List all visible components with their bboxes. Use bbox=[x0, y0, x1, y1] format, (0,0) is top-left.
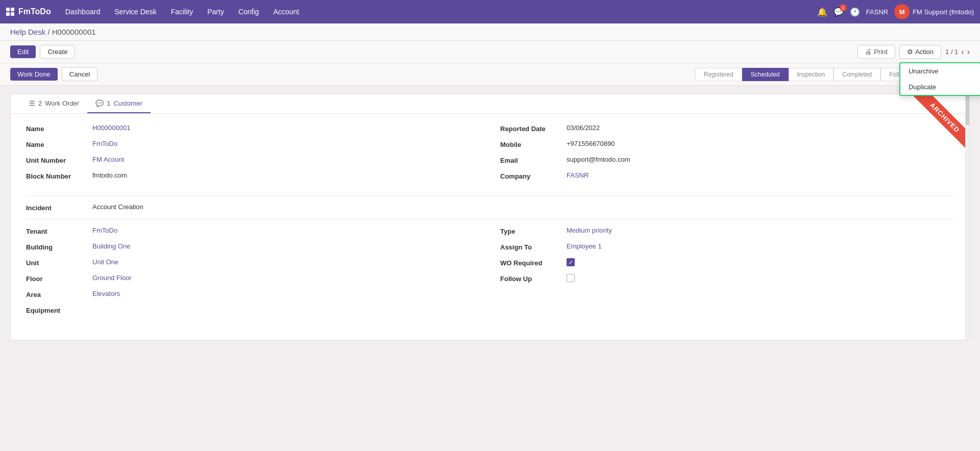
field-value: +971556670890 bbox=[567, 140, 615, 147]
field-value[interactable]: Elevators bbox=[92, 290, 120, 297]
nav-item-service-desk[interactable]: Service Desk bbox=[108, 6, 162, 18]
form-card: ARCHIVED ☰ 2 Work Order 💬 1 Customer Nam… bbox=[10, 94, 970, 340]
checkbox-checked[interactable] bbox=[567, 258, 575, 266]
list-icon: ☰ bbox=[29, 99, 35, 107]
tab-customer-count: 1 bbox=[107, 99, 110, 107]
form-section-bottom: TenantFmToDoBuildingBuilding OneUnitUnit… bbox=[26, 227, 954, 321]
field-value[interactable]: H000000001 bbox=[92, 124, 130, 132]
breadcrumb: Help Desk / H000000001 bbox=[0, 23, 980, 41]
incident-value: Account Creation bbox=[92, 203, 143, 211]
field-value[interactable]: Employee 1 bbox=[567, 242, 602, 250]
field-value bbox=[567, 258, 575, 266]
form-row: BuildingBuilding One bbox=[26, 242, 480, 251]
form-row: Block Numberfmtodo.com bbox=[26, 171, 480, 180]
stage-scheduled[interactable]: Scheduled bbox=[742, 68, 789, 81]
scrollbar-thumb bbox=[966, 94, 969, 125]
bell-icon[interactable]: 🔔 bbox=[817, 7, 827, 17]
form-col-right2: TypeMedium priorityAssign ToEmployee 1WO… bbox=[500, 227, 954, 321]
incident-label: Incident bbox=[26, 203, 92, 212]
user-menu[interactable]: M FM Support (fmtodo) bbox=[894, 4, 974, 19]
nav-item-facility[interactable]: Facility bbox=[165, 6, 200, 18]
nav-item-config[interactable]: Config bbox=[232, 6, 265, 18]
breadcrumb-separator: / bbox=[47, 28, 52, 36]
field-label: Floor bbox=[26, 274, 92, 283]
form-col-left: NameH000000001NameFmToDoUnit NumberFM Ac… bbox=[26, 124, 480, 187]
field-value[interactable]: FM Acount bbox=[92, 156, 124, 163]
field-value[interactable]: FASNR bbox=[567, 171, 589, 179]
form-row: TypeMedium priority bbox=[500, 227, 954, 235]
field-value: support@fmtodo.com bbox=[567, 156, 630, 163]
tab-work-order[interactable]: ☰ 2 Work Order bbox=[21, 94, 87, 113]
field-label: Building bbox=[26, 242, 92, 251]
form-row: TenantFmToDo bbox=[26, 227, 480, 235]
field-value bbox=[567, 274, 575, 282]
stage-completed[interactable]: Completed bbox=[834, 68, 880, 81]
field-label: Follow Up bbox=[500, 274, 567, 283]
checkbox-unchecked[interactable] bbox=[567, 274, 575, 282]
next-page-button[interactable]: › bbox=[967, 47, 970, 57]
notification-badge: 1 bbox=[840, 4, 847, 11]
field-value[interactable]: Building One bbox=[92, 242, 130, 250]
main-menu: DashboardService DeskFacilityPartyConfig… bbox=[59, 6, 817, 18]
print-button[interactable]: 🖨 Print bbox=[857, 45, 895, 59]
edit-button[interactable]: Edit bbox=[10, 45, 36, 58]
field-value[interactable]: FmToDo bbox=[92, 140, 117, 147]
topnav-right: 🔔 💬 1 🕐 FASNR M FM Support (fmtodo) bbox=[817, 4, 974, 19]
prev-page-button[interactable]: ‹ bbox=[961, 47, 964, 57]
create-button[interactable]: Create bbox=[40, 45, 75, 59]
main-content: ARCHIVED ☰ 2 Work Order 💬 1 Customer Nam… bbox=[0, 86, 980, 348]
username-label: FASNR bbox=[866, 8, 888, 16]
nav-item-account[interactable]: Account bbox=[267, 6, 305, 18]
stage-registered[interactable]: Registered bbox=[695, 68, 742, 81]
field-value[interactable]: Medium priority bbox=[567, 227, 612, 234]
stage-inspection[interactable]: Inspection bbox=[789, 68, 834, 81]
action-dropdown-menu: Unarchive Duplicate bbox=[899, 62, 980, 96]
breadcrumb-parent[interactable]: Help Desk bbox=[10, 28, 45, 36]
form-row: Equipment bbox=[26, 306, 480, 314]
top-navigation: FmToDo DashboardService DeskFacilityPart… bbox=[0, 0, 980, 23]
field-label: Company bbox=[500, 171, 567, 180]
form-tabs: ☰ 2 Work Order 💬 1 Customer bbox=[11, 94, 969, 114]
scrollbar[interactable] bbox=[965, 94, 969, 340]
grid-icon bbox=[6, 8, 14, 16]
nav-item-party[interactable]: Party bbox=[201, 6, 230, 18]
field-value[interactable]: Ground Floor bbox=[92, 274, 132, 282]
form-row: FloorGround Floor bbox=[26, 274, 480, 283]
form-row: Reported Date03/06/2022 bbox=[500, 124, 954, 133]
app-name: FmToDo bbox=[18, 7, 51, 16]
field-label: Reported Date bbox=[500, 124, 567, 133]
form-row: UnitUnit One bbox=[26, 258, 480, 267]
form-divider2 bbox=[26, 219, 954, 219]
form-divider bbox=[26, 195, 954, 196]
form-row: NameFmToDo bbox=[26, 140, 480, 148]
app-logo[interactable]: FmToDo bbox=[6, 7, 51, 16]
user-avatar: M bbox=[894, 4, 910, 19]
field-label: Mobile bbox=[500, 140, 567, 148]
field-label: Name bbox=[26, 140, 92, 148]
duplicate-menu-item[interactable]: Duplicate bbox=[900, 79, 980, 95]
gear-icon: ⚙ bbox=[907, 48, 913, 56]
tab-customer[interactable]: 💬 1 Customer bbox=[87, 94, 151, 113]
field-value: 03/06/2022 bbox=[567, 124, 600, 132]
action-dropdown-wrapper: ⚙ Action Unarchive Duplicate bbox=[899, 45, 941, 59]
field-value[interactable]: Unit One bbox=[92, 258, 118, 266]
cancel-button[interactable]: Cancel bbox=[62, 67, 97, 81]
action-button[interactable]: ⚙ Action bbox=[899, 45, 941, 59]
comment-icon: 💬 bbox=[95, 99, 104, 107]
unarchive-menu-item[interactable]: Unarchive bbox=[900, 63, 980, 79]
form-row: CompanyFASNR bbox=[500, 171, 954, 180]
breadcrumb-current: H000000001 bbox=[52, 28, 96, 36]
user-display-name: FM Support (fmtodo) bbox=[913, 8, 974, 16]
incident-row: Incident Account Creation bbox=[26, 203, 954, 212]
nav-item-dashboard[interactable]: Dashboard bbox=[59, 6, 107, 18]
field-label: Tenant bbox=[26, 227, 92, 235]
form-row: WO Required bbox=[500, 258, 954, 267]
tab-work-order-count: 2 bbox=[38, 99, 42, 107]
field-label: Type bbox=[500, 227, 567, 235]
field-label: Area bbox=[26, 290, 92, 298]
tab-work-order-label: Work Order bbox=[45, 99, 79, 107]
clock-icon[interactable]: 🕐 bbox=[850, 7, 860, 17]
work-done-button[interactable]: Work Done bbox=[10, 68, 58, 81]
notification-icon[interactable]: 💬 1 bbox=[834, 7, 844, 17]
field-value[interactable]: FmToDo bbox=[92, 227, 117, 234]
